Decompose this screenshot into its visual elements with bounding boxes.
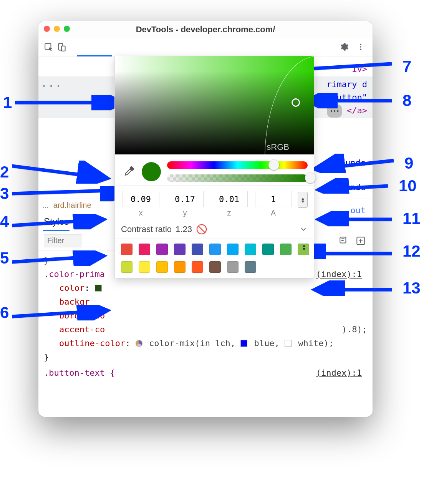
- alpha-slider[interactable]: [167, 174, 308, 182]
- callout-6: 6: [0, 303, 116, 322]
- callout-5: 5: [0, 249, 112, 267]
- gear-icon[interactable]: [337, 40, 350, 53]
- callout-2: 2: [0, 161, 116, 184]
- color-swatch[interactable]: [95, 285, 102, 292]
- palette-row: ▴ ▾: [115, 239, 314, 278]
- css-value: color-mix(in lch,: [149, 338, 240, 348]
- format-switch[interactable]: ▴ ▾: [298, 192, 308, 208]
- device-toolbar-icon[interactable]: [55, 41, 68, 54]
- value-y-input[interactable]: [167, 191, 204, 207]
- spectrum-canvas[interactable]: sRGB: [115, 56, 314, 154]
- value-x-input[interactable]: [123, 191, 159, 207]
- palette-swatch[interactable]: [121, 261, 133, 273]
- gamut-boundary: [265, 56, 314, 154]
- callout-11: 11: [311, 209, 421, 228]
- palette-swatch[interactable]: [245, 261, 256, 273]
- color-swatch[interactable]: [136, 340, 142, 347]
- svg-line-12: [12, 256, 104, 262]
- value-y-label: y: [165, 209, 205, 217]
- palette-swatch[interactable]: [227, 261, 239, 273]
- spectrum-handle[interactable]: [292, 98, 300, 107]
- ellipsis: ...: [41, 78, 63, 89]
- hue-thumb[interactable]: [268, 159, 279, 170]
- palette-swatch[interactable]: [262, 244, 274, 255]
- svg-point-4: [360, 46, 361, 48]
- devtools-toolbar: [38, 38, 373, 56]
- attr-text: rimary d: [326, 80, 367, 89]
- callout-8: 8: [300, 91, 411, 110]
- placeholder-text: Filter: [47, 236, 64, 245]
- color-swatch[interactable]: [285, 340, 292, 347]
- window-title: DevTools - developer.chrome.com/: [136, 25, 275, 35]
- callout-10: 10: [311, 177, 417, 195]
- source-link[interactable]: (index):1: [316, 366, 362, 380]
- eyedropper-icon[interactable]: [123, 166, 136, 178]
- callout-1: 1: [3, 93, 130, 112]
- value-z-label: z: [209, 209, 249, 217]
- css-value: ).8);: [342, 323, 367, 337]
- palette-swatch[interactable]: [174, 261, 186, 273]
- color-swatch[interactable]: [240, 340, 247, 347]
- chevron-down-icon: ▾: [298, 200, 307, 203]
- chevron-down-icon: ▾: [300, 247, 308, 251]
- inspect-icon[interactable]: [42, 41, 55, 54]
- palette-swatch[interactable]: [156, 244, 168, 255]
- srgb-label: sRGB: [267, 142, 289, 152]
- separator: [70, 42, 70, 53]
- contrast-row[interactable]: Contrast ratio 1.23 🚫: [115, 220, 314, 239]
- css-property: accent-co: [59, 325, 105, 334]
- callout-13: 13: [307, 279, 421, 297]
- css-property: outline-color: [59, 338, 125, 348]
- value-a-label: A: [253, 209, 293, 217]
- svg-line-11: [12, 219, 104, 225]
- svg-point-3: [360, 44, 361, 45]
- filter-input[interactable]: Filter: [44, 234, 82, 247]
- minimize-icon[interactable]: [54, 26, 60, 32]
- palette-swatch[interactable]: [245, 244, 256, 255]
- palette-swatch[interactable]: [192, 261, 203, 273]
- palette-swatch[interactable]: [192, 244, 203, 255]
- svg-line-17: [318, 186, 388, 190]
- css-value: blue,: [254, 338, 285, 348]
- svg-line-16: [314, 161, 394, 169]
- contrast-label: Contrast ratio: [121, 224, 172, 234]
- traffic-lights: [44, 26, 70, 32]
- svg-line-9: [12, 166, 108, 178]
- svg-point-5: [360, 49, 361, 50]
- value-x-label: x: [121, 209, 161, 217]
- css-selector[interactable]: .color-prima: [44, 269, 105, 279]
- maximize-icon[interactable]: [64, 26, 70, 32]
- svg-line-10: [12, 190, 131, 194]
- css-property: color: [59, 283, 84, 293]
- callout-9: 9: [307, 154, 413, 173]
- hue-slider[interactable]: [167, 161, 308, 169]
- palette-swatch[interactable]: [280, 244, 292, 255]
- palette-swatch[interactable]: [174, 244, 186, 255]
- alpha-thumb[interactable]: [305, 172, 316, 183]
- value-z-input[interactable]: [211, 191, 248, 207]
- svg-rect-2: [61, 46, 65, 51]
- titlebar: DevTools - developer.chrome.com/: [38, 21, 373, 38]
- palette-switch[interactable]: ▴ ▾: [300, 244, 308, 251]
- palette-swatch[interactable]: [209, 244, 221, 255]
- palette-swatch[interactable]: [156, 261, 168, 273]
- value-a-input[interactable]: [255, 191, 292, 207]
- color-picker-popover: sRGB x y: [114, 56, 314, 279]
- palette-swatch[interactable]: [139, 244, 150, 255]
- contrast-fail-icon: 🚫: [196, 224, 207, 235]
- svg-line-13: [12, 310, 108, 317]
- palette-swatch[interactable]: [227, 244, 239, 255]
- palette-swatch[interactable]: [121, 244, 133, 255]
- chevron-down-icon: [299, 225, 308, 234]
- selected-color-swatch: [142, 162, 161, 181]
- palette-swatch[interactable]: [209, 261, 221, 273]
- callout-4: 4: [0, 212, 112, 231]
- css-selector[interactable]: .button-text {: [44, 368, 115, 378]
- more-vertical-icon[interactable]: [354, 40, 367, 53]
- contrast-value: 1.23: [176, 224, 192, 234]
- close-icon[interactable]: [44, 26, 50, 32]
- css-value: white);: [298, 338, 334, 348]
- palette-swatch[interactable]: [139, 261, 150, 273]
